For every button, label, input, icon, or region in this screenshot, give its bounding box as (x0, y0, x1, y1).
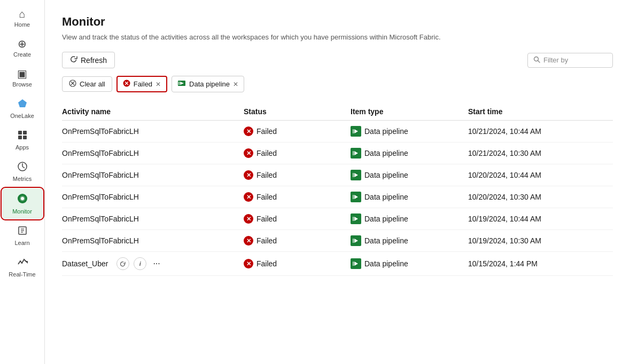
failed-icon: ✕ (244, 259, 253, 268)
activity-name-cell: OnPremSqlToFabricLH (62, 215, 244, 223)
clear-all-button[interactable]: Clear all (62, 76, 112, 92)
status-label: Failed (256, 171, 277, 179)
failed-chip-label: Failed (134, 80, 152, 88)
failed-icon: ✕ (244, 170, 253, 180)
svg-rect-27 (178, 82, 180, 85)
sidebar-item-label: Real-Time (9, 271, 35, 278)
status-label: Failed (256, 215, 277, 223)
activity-name[interactable]: OnPremSqlToFabricLH (62, 215, 139, 223)
col-header-start-time: Start time (468, 107, 613, 116)
svg-rect-3 (23, 131, 27, 134)
table-header: Activity name Status Item type Start tim… (62, 103, 613, 121)
refresh-label: Refresh (81, 56, 107, 65)
item-type-cell: Data pipeline (351, 148, 468, 159)
col-header-status: Status (244, 107, 351, 116)
start-time-cell: 10/19/2024, 10:44 AM (468, 215, 613, 223)
svg-point-11 (21, 197, 24, 200)
refresh-button[interactable]: Refresh (62, 52, 115, 68)
sidebar-item-apps[interactable]: Apps (2, 125, 43, 155)
activity-name[interactable]: OnPremSqlToFabricLH (62, 236, 139, 245)
sidebar-item-label: Learn (14, 240, 29, 246)
sidebar-item-learn[interactable]: Learn (2, 221, 43, 250)
info-button[interactable]: i (134, 257, 146, 270)
sidebar-item-realtime[interactable]: Real-Time (2, 252, 43, 282)
failed-icon: ✕ (244, 236, 253, 246)
start-time-cell: 10/20/2024, 10:44 AM (468, 171, 613, 179)
filter-chip-failed[interactable]: Failed ✕ (116, 76, 167, 92)
sidebar-item-label: Browse (12, 81, 32, 88)
sidebar-item-label: Create (13, 51, 31, 58)
pipeline-chip-label: Data pipeline (189, 80, 230, 88)
table-row: OnPremSqlToFabricLH ✕ Failed Data pipeli… (62, 121, 613, 143)
metrics-icon (17, 161, 28, 173)
sidebar-item-monitor[interactable]: Monitor (2, 188, 43, 219)
item-type-label: Data pipeline (364, 193, 408, 201)
more-options-button[interactable]: ··· (151, 258, 162, 270)
svg-rect-45 (353, 239, 354, 243)
activity-table: Activity name Status Item type Start tim… (62, 103, 613, 276)
col-header-item-type: Item type (351, 107, 468, 116)
pipeline-type-icon (351, 192, 361, 202)
svg-rect-42 (353, 217, 354, 221)
sidebar-item-home[interactable]: ⌂ Home (2, 4, 43, 32)
pipeline-type-icon (351, 126, 361, 137)
item-type-label: Data pipeline (364, 127, 408, 136)
failed-chip-icon (123, 80, 130, 89)
svg-rect-36 (353, 173, 354, 177)
pipeline-chip-close[interactable]: ✕ (233, 81, 238, 88)
item-type-label: Data pipeline (364, 236, 408, 245)
table-row: OnPremSqlToFabricLH ✕ Failed Data pipeli… (62, 186, 613, 208)
status-label: Failed (256, 193, 277, 201)
svg-rect-33 (353, 151, 354, 155)
activity-name[interactable]: Dataset_Uber (62, 259, 108, 268)
filter-input[interactable]: Filter by (527, 53, 613, 68)
status-cell: ✕ Failed (244, 192, 351, 202)
start-time-cell: 10/15/2024, 1:44 PM (468, 259, 613, 268)
failed-chip-close[interactable]: ✕ (155, 81, 161, 88)
item-type-cell: Data pipeline (351, 170, 468, 180)
activity-name[interactable]: OnPremSqlToFabricLH (62, 149, 139, 157)
sidebar-item-metrics[interactable]: Metrics (2, 157, 43, 186)
failed-icon: ✕ (244, 148, 253, 158)
failed-icon: ✕ (244, 192, 253, 202)
svg-line-8 (22, 167, 25, 168)
table-row: OnPremSqlToFabricLH ✕ Failed Data pipeli… (62, 230, 613, 252)
start-time-cell: 10/21/2024, 10:44 AM (468, 127, 613, 136)
rerun-button[interactable] (116, 257, 129, 270)
activity-name-cell: OnPremSqlToFabricLH (62, 171, 244, 179)
status-cell: ✕ Failed (244, 259, 351, 268)
filter-chip-data-pipeline[interactable]: Data pipeline ✕ (172, 76, 244, 92)
sidebar-item-create[interactable]: ⊕ Create (2, 34, 43, 62)
status-cell: ✕ Failed (244, 170, 351, 180)
sidebar-item-label: Metrics (13, 176, 32, 182)
sidebar-item-browse[interactable]: ▣ Browse (2, 64, 43, 92)
pipeline-chip-icon (177, 79, 186, 89)
activity-name[interactable]: OnPremSqlToFabricLH (62, 171, 139, 179)
info-icon: i (139, 260, 141, 267)
onelake-icon (17, 98, 28, 110)
sidebar-item-label: Home (14, 21, 30, 28)
start-time-cell: 10/20/2024, 10:30 AM (468, 193, 613, 201)
sidebar: ⌂ Home ⊕ Create ▣ Browse OneLake Apps (0, 0, 45, 364)
item-type-label: Data pipeline (364, 171, 408, 179)
svg-rect-30 (353, 129, 354, 133)
start-time-cell: 10/19/2024, 10:30 AM (468, 236, 613, 245)
status-cell: ✕ Failed (244, 214, 351, 224)
learn-icon (17, 225, 28, 238)
activity-name-cell: OnPremSqlToFabricLH (62, 149, 244, 157)
activity-name[interactable]: OnPremSqlToFabricLH (62, 127, 139, 136)
item-type-cell: Data pipeline (351, 235, 468, 246)
status-label: Failed (256, 259, 277, 268)
clear-all-label: Clear all (80, 80, 105, 88)
item-type-label: Data pipeline (364, 215, 408, 223)
activity-name-cell: OnPremSqlToFabricLH (62, 127, 244, 136)
activity-name-cell: OnPremSqlToFabricLH (62, 193, 244, 201)
col-header-activity-name: Activity name (62, 107, 244, 116)
monitor-icon (17, 193, 28, 206)
sidebar-item-onelake[interactable]: OneLake (2, 94, 43, 123)
home-icon: ⌂ (19, 9, 25, 19)
svg-marker-16 (25, 261, 28, 264)
activity-name[interactable]: OnPremSqlToFabricLH (62, 193, 139, 201)
item-type-cell: Data pipeline (351, 258, 468, 269)
failed-icon: ✕ (244, 126, 253, 136)
